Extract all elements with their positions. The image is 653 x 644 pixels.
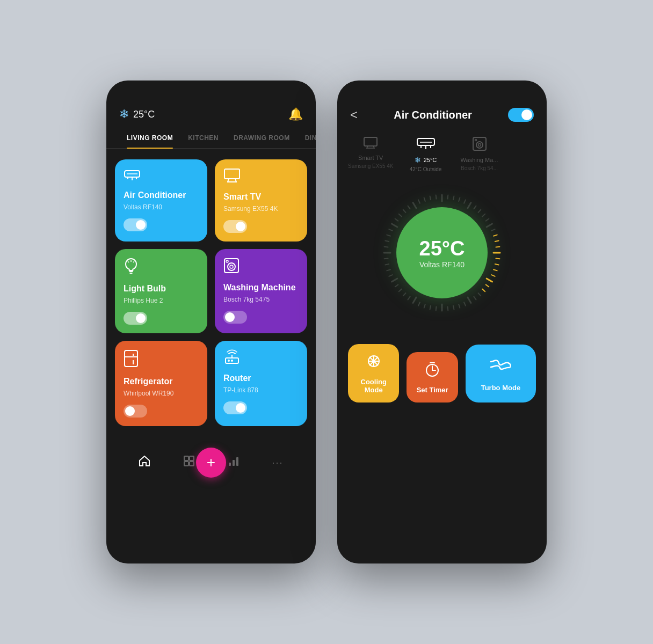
svg-line-13 — [133, 261, 134, 262]
svg-line-65 — [491, 275, 495, 276]
device-card-bulb[interactable]: Light Bulb Phillips Hue 2 — [115, 249, 207, 333]
svg-line-71 — [468, 297, 471, 303]
svg-line-89 — [385, 264, 389, 265]
svg-line-105 — [436, 195, 437, 199]
device-card-ac[interactable]: Air Conditioner Voltas RF140 — [115, 159, 207, 241]
washer-model: Bosch 7kg 5475 — [223, 296, 299, 303]
nav-more-icon[interactable]: ··· — [268, 453, 288, 473]
svg-rect-33 — [364, 137, 377, 146]
svg-rect-29 — [190, 462, 194, 466]
nav-home-icon[interactable] — [134, 451, 155, 474]
dial-temperature: 25°C — [419, 237, 465, 260]
ac-toggle[interactable] — [124, 218, 147, 231]
svg-rect-5 — [224, 169, 240, 179]
dial-container[interactable]: 25°C Voltas RF140 — [378, 188, 506, 317]
svg-line-56 — [487, 224, 492, 227]
left-phone: ❄ 25°C 🔔 LIVING ROOM KITCHEN DRAWING ROO… — [106, 80, 316, 564]
washer-toggle[interactable] — [223, 311, 247, 324]
tv-toggle[interactable] — [223, 220, 247, 233]
fab-add-button[interactable]: + — [196, 448, 226, 478]
router-model: TP-Link 878 — [223, 386, 299, 394]
bottom-nav: + ··· — [106, 442, 316, 491]
tv-icon — [223, 168, 299, 187]
bulb-toggle[interactable] — [124, 312, 147, 325]
svg-line-74 — [453, 306, 454, 310]
svg-line-53 — [478, 210, 481, 213]
ac-icon — [124, 168, 199, 185]
back-button[interactable]: < — [350, 107, 358, 122]
tab-dining[interactable]: DINI... — [298, 130, 316, 148]
svg-line-47 — [448, 195, 448, 199]
svg-point-16 — [230, 265, 233, 268]
svg-line-99 — [403, 210, 406, 213]
scroll-item-washer[interactable]: Washing Ma... Bosch 7kg 54... — [458, 136, 501, 172]
svg-line-12 — [128, 261, 129, 262]
svg-line-52 — [474, 206, 476, 209]
svg-line-77 — [436, 306, 437, 310]
scroll-ac-temp-row: ❄ 25°C — [415, 156, 437, 164]
scroll-washer-name: Washing Ma... — [461, 157, 498, 163]
tab-kitchen[interactable]: KITCHEN — [180, 130, 226, 148]
svg-line-103 — [424, 197, 425, 201]
svg-line-102 — [418, 200, 420, 203]
svg-line-59 — [495, 241, 499, 241]
turbo-mode-button[interactable]: Turbo Mode — [466, 345, 536, 402]
svg-rect-31 — [233, 460, 235, 466]
svg-point-44 — [478, 144, 481, 147]
turbo-mode-icon — [489, 355, 512, 379]
svg-line-48 — [453, 196, 454, 200]
washer-icon — [223, 258, 299, 277]
svg-point-23 — [228, 360, 230, 362]
svg-rect-27 — [190, 456, 194, 460]
fridge-icon — [124, 349, 199, 371]
timer-button[interactable]: Set Timer — [407, 352, 458, 402]
svg-line-100 — [408, 206, 410, 209]
router-icon — [223, 349, 299, 368]
svg-line-94 — [387, 235, 390, 236]
svg-line-75 — [448, 306, 448, 310]
svg-line-83 — [403, 293, 406, 296]
cooling-mode-button[interactable]: Cooling Mode — [348, 344, 399, 402]
svg-line-55 — [486, 219, 489, 221]
dial-model: Voltas RF140 — [419, 260, 465, 269]
svg-line-92 — [384, 247, 388, 247]
svg-point-45 — [475, 140, 476, 141]
svg-line-73 — [459, 304, 460, 308]
right-phone: < Air Conditioner Smart TV Samsung EX55 … — [337, 80, 547, 564]
scroll-item-ac[interactable]: ❄ 25°C 42°C Outside — [404, 136, 447, 172]
svg-line-63 — [495, 264, 499, 265]
svg-rect-18 — [125, 350, 137, 367]
tab-drawing-room[interactable]: DRAWING ROOM — [226, 130, 298, 148]
fridge-toggle[interactable] — [124, 405, 147, 418]
scroll-washer-model: Bosch 7kg 54... — [461, 165, 498, 171]
bulb-model: Phillips Hue 2 — [124, 297, 199, 304]
svg-line-70 — [474, 297, 476, 300]
device-card-fridge[interactable]: Refrigerator Whirlpool WR190 — [115, 341, 207, 426]
svg-line-57 — [491, 229, 495, 231]
tab-living-room[interactable]: LIVING ROOM — [119, 130, 180, 148]
svg-line-101 — [413, 202, 416, 208]
device-scroll-row: Smart TV Samsung EX55 4K ❄ 25°C — [337, 131, 547, 178]
svg-rect-26 — [184, 456, 188, 460]
router-name: Router — [223, 374, 299, 383]
svg-line-64 — [494, 269, 497, 270]
scroll-ac-temp: 25°C — [424, 157, 437, 163]
timer-icon — [424, 361, 441, 382]
device-card-router[interactable]: Router TP-Link 878 — [215, 341, 307, 426]
device-card-washer[interactable]: Washing Machine Bosch 7kg 5475 — [215, 249, 307, 333]
ac-name: Air Conditioner — [124, 191, 199, 200]
nav-stats-icon[interactable] — [223, 451, 244, 474]
svg-line-78 — [430, 306, 431, 310]
svg-rect-32 — [236, 457, 238, 466]
right-header: < Air Conditioner — [337, 80, 547, 131]
bell-icon[interactable]: 🔔 — [288, 107, 303, 121]
power-toggle[interactable] — [508, 108, 534, 122]
device-card-tv[interactable]: Smart TV Samsung EX55 4K — [215, 159, 307, 241]
scroll-item-tv[interactable]: Smart TV Samsung EX55 4K — [348, 136, 394, 172]
svg-line-68 — [482, 289, 485, 292]
weather-info: ❄ 25°C — [119, 107, 155, 121]
svg-point-24 — [231, 360, 233, 362]
washer-name: Washing Machine — [223, 283, 299, 292]
router-toggle[interactable] — [223, 401, 247, 414]
svg-line-85 — [395, 284, 398, 287]
